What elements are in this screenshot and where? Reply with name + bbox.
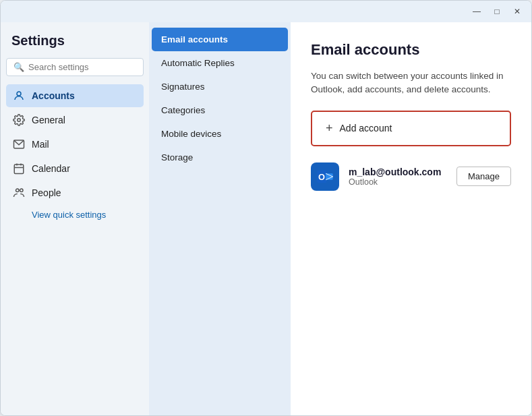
manage-button[interactable]: Manage — [456, 167, 511, 186]
main-description: You can switch between your accounts lin… — [311, 69, 511, 97]
search-input[interactable] — [28, 62, 136, 72]
account-avatar: O — [311, 162, 339, 191]
sidebar-item-calendar[interactable]: Calendar — [6, 157, 144, 180]
envelope-icon — [13, 138, 25, 150]
view-quick-settings-link[interactable]: View quick settings — [6, 206, 144, 224]
mid-nav-automatic-replies[interactable]: Automatic Replies — [152, 51, 288, 75]
page-title: Email accounts — [311, 41, 511, 59]
plus-icon: + — [326, 121, 333, 136]
sidebar-item-mail[interactable]: Mail — [6, 133, 144, 156]
mid-nav: Email accounts Automatic Replies Signatu… — [149, 22, 291, 415]
account-type: Outlook — [349, 177, 447, 187]
sidebar-item-people[interactable]: People — [6, 181, 144, 204]
add-account-button[interactable]: + Add account — [311, 111, 511, 146]
mid-nav-email-accounts[interactable]: Email accounts — [152, 28, 288, 51]
sidebar: Settings 🔍 Accounts General — [1, 22, 149, 415]
mid-nav-mobile-devices[interactable]: Mobile devices — [152, 122, 288, 146]
svg-point-1 — [18, 119, 21, 122]
person-icon — [13, 90, 25, 102]
add-account-label: Add account — [340, 123, 392, 133]
sidebar-title: Settings — [6, 33, 144, 57]
account-row: O m_lab@outlook.com Outlook Manage — [311, 156, 511, 198]
svg-point-0 — [17, 92, 21, 96]
minimize-button[interactable]: — — [468, 5, 485, 18]
outlook-icon: O — [316, 167, 334, 186]
search-box[interactable]: 🔍 — [6, 58, 144, 76]
svg-text:O: O — [318, 171, 325, 181]
settings-window: — □ ✕ Settings 🔍 Accounts — [0, 0, 532, 416]
sidebar-item-people-label: People — [32, 187, 61, 198]
mid-nav-storage[interactable]: Storage — [152, 146, 288, 169]
main-content: Email accounts You can switch between yo… — [291, 22, 531, 415]
sidebar-item-accounts-label: Accounts — [32, 90, 75, 101]
svg-point-7 — [16, 189, 20, 192]
sidebar-item-calendar-label: Calendar — [32, 163, 70, 174]
calendar-icon — [13, 162, 25, 175]
maximize-button[interactable]: □ — [488, 5, 506, 18]
sidebar-item-general-label: General — [32, 115, 65, 125]
sidebar-item-mail-label: Mail — [32, 139, 49, 150]
mid-nav-signatures[interactable]: Signatures — [152, 75, 288, 98]
account-info: m_lab@outlook.com Outlook — [349, 167, 447, 187]
sidebar-item-general[interactable]: General — [6, 109, 144, 131]
gear-icon — [13, 114, 25, 126]
search-icon: 🔍 — [13, 62, 24, 72]
people-icon — [13, 187, 25, 199]
mid-nav-categories[interactable]: Categories — [152, 98, 288, 122]
svg-rect-3 — [14, 165, 24, 174]
close-button[interactable]: ✕ — [508, 5, 526, 18]
sidebar-item-accounts[interactable]: Accounts — [6, 84, 144, 107]
content-area: Settings 🔍 Accounts General — [1, 22, 531, 415]
account-email: m_lab@outlook.com — [349, 167, 447, 177]
svg-point-8 — [20, 189, 24, 192]
titlebar: — □ ✕ — [1, 1, 531, 22]
svg-rect-11 — [326, 173, 333, 179]
